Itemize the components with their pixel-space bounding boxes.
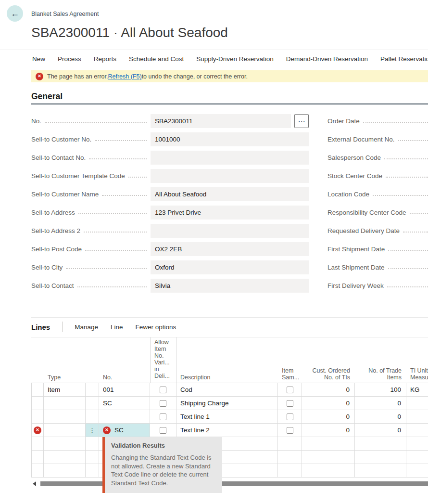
allow-variance-checkbox[interactable] xyxy=(160,400,166,407)
trade-items-cell[interactable] xyxy=(355,451,406,464)
row-menu-cell xyxy=(86,464,99,478)
type-cell[interactable] xyxy=(44,424,86,437)
sell-to-customer-no-input[interactable]: 1001000 xyxy=(151,132,309,146)
sell-to-address-input[interactable]: 123 Privet Drive xyxy=(151,206,309,220)
ti-unit-cell[interactable] xyxy=(406,410,428,424)
cust-ordered-cell[interactable] xyxy=(302,451,355,464)
cust-ordered-cell[interactable]: 0 xyxy=(302,397,355,410)
trade-items-cell[interactable]: 0 xyxy=(355,424,406,437)
dotted-leader xyxy=(384,158,428,159)
refresh-link[interactable]: Refresh (F5) xyxy=(108,73,141,80)
type-cell[interactable]: Item xyxy=(44,383,86,397)
ti-unit-cell[interactable] xyxy=(406,437,428,451)
lines-menu-fewer-options[interactable]: Fewer options xyxy=(136,323,176,331)
lines-section-heading[interactable]: Lines xyxy=(31,323,50,331)
row-menu-cell[interactable]: ⋮ xyxy=(86,424,99,437)
lines-menu-line[interactable]: Line xyxy=(111,323,123,331)
menu-item-schedule-and-cost[interactable]: Schedule and Cost xyxy=(129,55,184,63)
lines-menu-manage[interactable]: Manage xyxy=(75,323,98,331)
no-input[interactable]: SBA2300011 xyxy=(151,114,291,128)
item-sample-checkbox[interactable] xyxy=(287,400,293,407)
sell-to-contact-no-input[interactable] xyxy=(151,151,309,165)
ti-unit-cell[interactable]: KG xyxy=(406,383,428,397)
sell-to-city-input[interactable]: Oxford xyxy=(151,260,309,274)
dotted-leader xyxy=(388,268,428,269)
trade-items-cell[interactable] xyxy=(355,464,406,478)
column-header-rowflag[interactable] xyxy=(31,337,44,383)
no-cell[interactable]: SC xyxy=(99,397,150,410)
column-header-allow[interactable]: Allow Item No. Vari... in Deli... xyxy=(150,337,176,383)
allow-variance-checkbox[interactable] xyxy=(160,427,166,434)
sell-to-customer-template-code-input[interactable] xyxy=(151,169,309,183)
assist-edit-button[interactable]: ⋯ xyxy=(294,114,309,128)
column-header-no[interactable]: No. xyxy=(99,337,150,383)
row-menu-icon[interactable]: ⋮ xyxy=(89,426,95,434)
sell-to-post-code-input[interactable]: OX2 2EB xyxy=(151,242,309,256)
scroll-left-arrow-icon[interactable] xyxy=(33,481,36,486)
validation-tooltip-body: Changing the Standard Text Code is not a… xyxy=(111,453,216,487)
blanket-sales-agreement-page: ← Blanket Sales Agreement SBA2300011 · A… xyxy=(0,0,428,504)
field-label: First Shipment Date xyxy=(327,246,385,253)
type-cell[interactable] xyxy=(44,451,86,464)
row-menu-cell xyxy=(86,410,99,424)
field-sell-to-city: Sell-to CityOxford xyxy=(31,260,309,274)
type-cell[interactable] xyxy=(44,437,86,451)
trade-items-cell[interactable]: 0 xyxy=(355,410,406,424)
trade-items-cell[interactable] xyxy=(355,437,406,451)
item-sample-checkbox[interactable] xyxy=(287,387,293,393)
menu-item-demand-driven-reservation[interactable]: Demand-Driven Reservation xyxy=(286,55,368,63)
cust-ordered-cell[interactable]: 0 xyxy=(302,410,355,424)
cust-ordered-cell[interactable]: 0 xyxy=(302,424,355,437)
trade-items-cell[interactable]: 0 xyxy=(355,397,406,410)
scrollbar-thumb[interactable] xyxy=(40,481,428,486)
type-cell[interactable] xyxy=(44,410,86,424)
cust-ordered-cell[interactable] xyxy=(302,437,355,451)
menu-item-new[interactable]: New xyxy=(32,55,45,63)
cust-ordered-cell[interactable]: 0 xyxy=(302,383,355,397)
description-cell[interactable]: Text line 2 xyxy=(176,424,278,437)
allow-variance-checkbox[interactable] xyxy=(160,387,166,393)
description-cell[interactable]: Text line 1 xyxy=(176,410,278,424)
ti-unit-cell[interactable] xyxy=(406,424,428,437)
table-row xyxy=(31,437,428,451)
no-cell[interactable] xyxy=(99,410,150,424)
lines-menu: ManageLineFewer options xyxy=(75,323,176,331)
table-row: ✕⋮✕SCText line 200 xyxy=(31,424,428,437)
field-location-code: Location Code xyxy=(327,187,428,201)
field-label: Location Code xyxy=(327,191,369,198)
trade-items-cell[interactable]: 100 xyxy=(355,383,406,397)
no-cell[interactable]: 001 xyxy=(99,383,150,397)
back-button[interactable]: ← xyxy=(7,5,23,22)
type-cell[interactable] xyxy=(44,464,86,478)
column-header-cust[interactable]: Cust. Ordered No. of TIs xyxy=(302,337,355,383)
item-sample-checkbox[interactable] xyxy=(287,427,293,434)
column-header-rowmenu[interactable] xyxy=(86,337,99,383)
ti-unit-cell[interactable] xyxy=(406,397,428,410)
cust-ordered-cell[interactable] xyxy=(302,464,355,478)
description-cell[interactable]: Shipping Charge xyxy=(176,397,278,410)
sell-to-address-2-input[interactable] xyxy=(151,224,309,238)
column-header-type[interactable]: Type xyxy=(44,337,86,383)
column-header-trade[interactable]: No. of Trade Items xyxy=(355,337,406,383)
type-cell[interactable] xyxy=(44,397,86,410)
row-status-cell xyxy=(31,383,44,397)
breadcrumb[interactable]: Blanket Sales Agreement xyxy=(31,11,99,17)
description-cell[interactable]: Cod xyxy=(176,383,278,397)
allow-variance-checkbox[interactable] xyxy=(160,414,166,420)
column-header-tiunit[interactable]: TI Unit of Measure xyxy=(406,337,428,383)
ti-unit-cell[interactable] xyxy=(406,451,428,464)
ti-unit-cell[interactable] xyxy=(406,464,428,478)
sell-to-contact-input[interactable]: Silvia xyxy=(151,279,309,293)
no-cell[interactable]: ✕SC xyxy=(99,424,150,437)
item-sample-checkbox[interactable] xyxy=(287,414,293,420)
menu-item-process[interactable]: Process xyxy=(58,55,81,63)
action-bar: NewProcessReportsSchedule and CostSupply… xyxy=(0,50,428,67)
general-section-heading[interactable]: General xyxy=(31,91,63,102)
dotted-leader xyxy=(410,213,428,214)
menu-item-supply-driven-reservation[interactable]: Supply-Driven Reservation xyxy=(196,55,274,63)
sell-to-customer-name-input[interactable]: All About Seafood xyxy=(151,187,309,201)
column-header-itemsam[interactable]: Item Sam... xyxy=(278,337,302,383)
menu-item-reports[interactable]: Reports xyxy=(94,55,116,63)
column-header-description[interactable]: Description xyxy=(176,337,278,383)
menu-item-pallet-reservation[interactable]: Pallet Reservation xyxy=(380,55,428,63)
